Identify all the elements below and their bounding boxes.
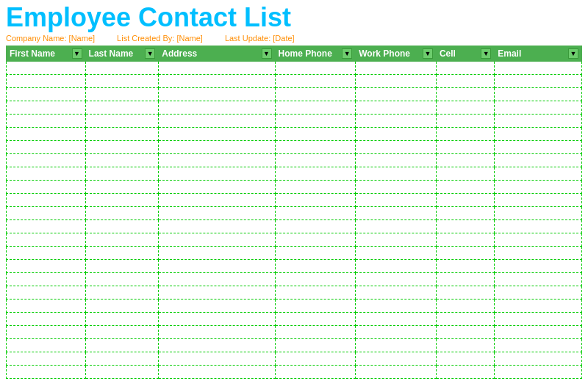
table-cell[interactable] bbox=[159, 153, 275, 167]
table-cell[interactable] bbox=[356, 114, 437, 127]
table-cell[interactable] bbox=[495, 206, 582, 219]
table-cell[interactable] bbox=[85, 338, 159, 352]
table-cell[interactable] bbox=[85, 219, 159, 233]
table-cell[interactable] bbox=[495, 286, 582, 299]
table-cell[interactable] bbox=[436, 286, 494, 299]
table-cell[interactable] bbox=[275, 259, 356, 272]
table-cell[interactable] bbox=[436, 127, 494, 140]
table-cell[interactable] bbox=[436, 325, 494, 338]
table-cell[interactable] bbox=[356, 87, 437, 101]
table-cell[interactable] bbox=[7, 153, 86, 167]
table-cell[interactable] bbox=[356, 167, 437, 180]
table-cell[interactable] bbox=[495, 193, 582, 206]
table-cell[interactable] bbox=[159, 272, 275, 286]
table-cell[interactable] bbox=[356, 338, 437, 352]
table-cell[interactable] bbox=[436, 233, 494, 246]
table-cell[interactable] bbox=[85, 74, 159, 87]
table-cell[interactable] bbox=[495, 365, 582, 378]
table-cell[interactable] bbox=[495, 312, 582, 325]
table-cell[interactable] bbox=[7, 140, 86, 153]
table-cell[interactable] bbox=[436, 312, 494, 325]
table-cell[interactable] bbox=[495, 127, 582, 140]
table-cell[interactable] bbox=[495, 233, 582, 246]
table-cell[interactable] bbox=[159, 365, 275, 378]
table-cell[interactable] bbox=[85, 101, 159, 114]
table-cell[interactable] bbox=[495, 325, 582, 338]
table-row[interactable] bbox=[7, 272, 582, 286]
table-cell[interactable] bbox=[275, 325, 356, 338]
table-cell[interactable] bbox=[7, 114, 86, 127]
table-cell[interactable] bbox=[356, 61, 437, 74]
table-cell[interactable] bbox=[356, 153, 437, 167]
table-row[interactable] bbox=[7, 352, 582, 365]
table-cell[interactable] bbox=[275, 61, 356, 74]
table-cell[interactable] bbox=[275, 312, 356, 325]
table-cell[interactable] bbox=[436, 167, 494, 180]
table-cell[interactable] bbox=[356, 193, 437, 206]
table-cell[interactable] bbox=[495, 74, 582, 87]
table-cell[interactable] bbox=[275, 101, 356, 114]
table-row[interactable] bbox=[7, 61, 582, 74]
table-cell[interactable] bbox=[7, 87, 86, 101]
table-cell[interactable] bbox=[7, 180, 86, 193]
table-cell[interactable] bbox=[159, 61, 275, 74]
table-cell[interactable] bbox=[495, 219, 582, 233]
table-cell[interactable] bbox=[159, 74, 275, 87]
table-row[interactable] bbox=[7, 233, 582, 246]
table-cell[interactable] bbox=[356, 101, 437, 114]
table-cell[interactable] bbox=[436, 61, 494, 74]
table-cell[interactable] bbox=[436, 193, 494, 206]
table-cell[interactable] bbox=[436, 180, 494, 193]
table-cell[interactable] bbox=[159, 286, 275, 299]
table-row[interactable] bbox=[7, 259, 582, 272]
table-cell[interactable] bbox=[7, 206, 86, 219]
table-cell[interactable] bbox=[495, 101, 582, 114]
table-row[interactable] bbox=[7, 180, 582, 193]
table-cell[interactable] bbox=[7, 127, 86, 140]
table-cell[interactable] bbox=[275, 114, 356, 127]
table-cell[interactable] bbox=[159, 259, 275, 272]
table-cell[interactable] bbox=[85, 352, 159, 365]
table-cell[interactable] bbox=[436, 299, 494, 312]
table-cell[interactable] bbox=[7, 299, 86, 312]
table-cell[interactable] bbox=[159, 299, 275, 312]
table-cell[interactable] bbox=[495, 259, 582, 272]
table-cell[interactable] bbox=[436, 87, 494, 101]
table-cell[interactable] bbox=[85, 127, 159, 140]
table-cell[interactable] bbox=[7, 193, 86, 206]
table-cell[interactable] bbox=[436, 114, 494, 127]
table-cell[interactable] bbox=[85, 180, 159, 193]
table-cell[interactable] bbox=[275, 352, 356, 365]
table-cell[interactable] bbox=[85, 272, 159, 286]
table-cell[interactable] bbox=[85, 193, 159, 206]
table-cell[interactable] bbox=[356, 246, 437, 259]
table-cell[interactable] bbox=[436, 101, 494, 114]
table-cell[interactable] bbox=[159, 180, 275, 193]
table-cell[interactable] bbox=[495, 299, 582, 312]
table-row[interactable] bbox=[7, 325, 582, 338]
table-cell[interactable] bbox=[275, 206, 356, 219]
table-cell[interactable] bbox=[275, 233, 356, 246]
table-row[interactable] bbox=[7, 246, 582, 259]
table-cell[interactable] bbox=[356, 127, 437, 140]
table-row[interactable] bbox=[7, 114, 582, 127]
table-cell[interactable] bbox=[275, 140, 356, 153]
table-cell[interactable] bbox=[436, 74, 494, 87]
table-cell[interactable] bbox=[7, 286, 86, 299]
table-cell[interactable] bbox=[495, 167, 582, 180]
cell-dropdown[interactable]: ▼ bbox=[481, 48, 491, 59]
table-cell[interactable] bbox=[436, 272, 494, 286]
table-row[interactable] bbox=[7, 193, 582, 206]
work-phone-dropdown[interactable]: ▼ bbox=[423, 48, 433, 59]
table-cell[interactable] bbox=[436, 365, 494, 378]
table-cell[interactable] bbox=[436, 352, 494, 365]
table-cell[interactable] bbox=[85, 286, 159, 299]
table-cell[interactable] bbox=[275, 167, 356, 180]
table-cell[interactable] bbox=[85, 140, 159, 153]
table-cell[interactable] bbox=[495, 140, 582, 153]
table-cell[interactable] bbox=[159, 101, 275, 114]
email-dropdown[interactable]: ▼ bbox=[568, 48, 578, 59]
table-cell[interactable] bbox=[85, 259, 159, 272]
table-cell[interactable] bbox=[159, 140, 275, 153]
table-cell[interactable] bbox=[356, 299, 437, 312]
